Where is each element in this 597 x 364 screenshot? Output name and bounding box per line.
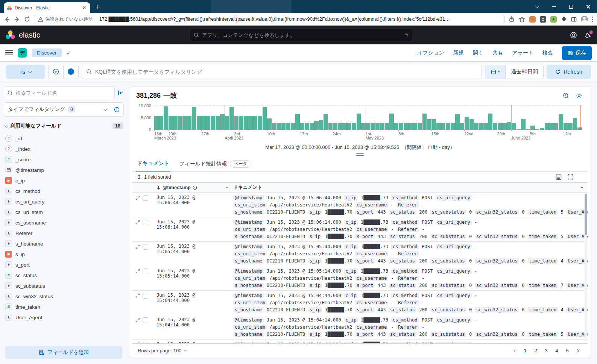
histogram-bar-38[interactable] xyxy=(333,123,337,130)
share-icon[interactable] xyxy=(509,16,515,22)
histogram-bar-18[interactable] xyxy=(239,116,243,130)
tab-documents[interactable]: ドキュメント xyxy=(136,157,170,171)
table-row-6[interactable]: Jun 15, 2023 @ 15:03:44.000@timestamp Ju… xyxy=(132,340,588,343)
nav-link-5[interactable]: 検査 xyxy=(542,50,553,56)
histogram-bar-74[interactable] xyxy=(502,123,507,130)
histogram-bar-6[interactable] xyxy=(182,116,187,130)
row-checkbox[interactable] xyxy=(143,195,148,201)
table-row-1[interactable]: Jun 15, 2023 @ 15:06:14.000@timestamp Ju… xyxy=(132,217,588,242)
histogram-bar-45[interactable] xyxy=(366,123,371,130)
nav-link-4[interactable]: アラート xyxy=(512,50,533,56)
histogram-bar-73[interactable] xyxy=(498,123,502,130)
security-warning[interactable]: 保護されていない通信 xyxy=(38,16,93,23)
chart-options-gear-icon[interactable] xyxy=(576,93,582,99)
calendar-button[interactable] xyxy=(485,65,506,79)
global-search-input[interactable] xyxy=(202,32,402,38)
field-item-Referer[interactable]: kReferer xyxy=(4,228,124,238)
histogram-bar-58[interactable] xyxy=(427,119,431,130)
collapse-sidebar-icon[interactable] xyxy=(118,90,124,96)
saved-query-menu-icon[interactable] xyxy=(49,65,63,79)
histogram-bar-77[interactable] xyxy=(516,129,521,130)
histogram-bar-33[interactable] xyxy=(310,123,314,130)
histogram-bar-31[interactable] xyxy=(300,123,305,130)
table-row-3[interactable]: Jun 15, 2023 @ 15:05:14.000@timestamp Ju… xyxy=(132,266,588,291)
table-row-4[interactable]: Jun 15, 2023 @ 15:04:44.000@timestamp Ju… xyxy=(132,291,588,315)
histogram-bar-50[interactable] xyxy=(389,114,394,130)
time-range-label[interactable]: 過去90日間 xyxy=(506,68,543,75)
field-item-cs_username[interactable]: kcs_username xyxy=(4,217,124,228)
kql-search-bar[interactable] xyxy=(82,65,482,79)
global-search[interactable]: ^/ xyxy=(190,29,412,41)
histogram-bar-34[interactable] xyxy=(314,121,319,130)
histogram-bar-54[interactable] xyxy=(408,123,413,130)
histogram-bar-37[interactable] xyxy=(328,123,333,130)
tab-close-icon[interactable]: ✕ xyxy=(81,5,87,11)
histogram-bar-23[interactable] xyxy=(263,107,267,130)
histogram-bar-75[interactable] xyxy=(507,122,512,130)
histogram-bar-11[interactable] xyxy=(206,116,211,130)
split-screen-icon[interactable] xyxy=(571,17,577,22)
histogram-bar-27[interactable] xyxy=(281,123,286,130)
histogram-bar-62[interactable] xyxy=(446,123,450,130)
histogram-bar-88[interactable] xyxy=(568,123,573,130)
extension-cookie-icon[interactable] xyxy=(529,16,536,23)
histogram-bar-49[interactable] xyxy=(385,123,389,130)
row-checkbox[interactable] xyxy=(143,268,148,274)
page-5[interactable]: 5 xyxy=(563,346,572,355)
histogram-bar-8[interactable] xyxy=(192,107,196,130)
histogram-bar-5[interactable] xyxy=(178,116,182,130)
expand-row-icon[interactable] xyxy=(135,318,140,322)
histogram-bar-89[interactable] xyxy=(573,118,577,130)
histogram-bar-36[interactable] xyxy=(324,114,328,130)
histogram-bar-84[interactable] xyxy=(549,123,554,130)
histogram-bar-63[interactable] xyxy=(451,123,455,130)
fullscreen-icon[interactable] xyxy=(568,174,573,180)
histogram-bar-42[interactable] xyxy=(352,123,356,130)
field-item-cs_method[interactable]: kcs_method xyxy=(4,186,124,196)
histogram-bar-32[interactable] xyxy=(305,123,309,130)
field-item-c_ip[interactable]: IPc_ip xyxy=(4,175,124,186)
histogram-bar-85[interactable] xyxy=(554,123,559,130)
field-item-s_hostname[interactable]: ks_hostname xyxy=(4,238,124,249)
histogram-bar-67[interactable] xyxy=(469,119,474,130)
histogram-bar-1[interactable] xyxy=(159,116,164,130)
resize-handle[interactable] xyxy=(356,153,364,156)
field-item-time_taken[interactable]: #time_taken xyxy=(4,302,124,312)
histogram-bar-55[interactable] xyxy=(413,123,418,130)
saved-search-check-icon[interactable]: ✓ xyxy=(67,50,71,56)
histogram-bar-43[interactable] xyxy=(357,114,361,130)
expand-row-icon[interactable] xyxy=(135,342,140,343)
grid-header-document-column[interactable]: ドキュメント xyxy=(229,183,588,193)
expand-row-icon[interactable] xyxy=(135,196,140,200)
histogram-bar-17[interactable] xyxy=(234,116,239,130)
type-filter-info-icon[interactable] xyxy=(110,103,123,116)
field-item-_index[interactable]: ?_index xyxy=(4,144,124,154)
histogram-bar-78[interactable] xyxy=(521,119,526,130)
nav-link-2[interactable]: 開く xyxy=(473,50,483,56)
field-search-input[interactable] xyxy=(16,90,111,96)
page-4[interactable]: 4 xyxy=(552,346,561,355)
space-avatar[interactable]: デ xyxy=(18,48,27,58)
field-item-_score[interactable]: #_score xyxy=(4,154,124,165)
histogram-bar-4[interactable] xyxy=(173,116,178,130)
sorted-fields-label[interactable]: 1 field sorted xyxy=(144,174,171,180)
field-item-sc_status[interactable]: #sc_status xyxy=(4,270,124,281)
kql-input[interactable] xyxy=(95,69,477,75)
histogram-bar-61[interactable] xyxy=(441,123,446,130)
histogram-bar-68[interactable] xyxy=(474,123,479,130)
rows-per-page-selector[interactable]: Rows per page: 100 xyxy=(138,348,186,353)
page-2[interactable]: 2 xyxy=(531,346,540,355)
column-menu-chevron-icon[interactable] xyxy=(580,186,583,188)
display-options-grid-icon[interactable] xyxy=(556,174,562,180)
newsfeed-icon[interactable] xyxy=(585,32,592,39)
extension-camera-icon[interactable] xyxy=(540,16,546,23)
column-menu-chevron-icon[interactable] xyxy=(226,186,228,188)
row-checkbox[interactable] xyxy=(143,342,148,343)
new-tab-button[interactable]: + xyxy=(93,2,103,12)
histogram-bar-15[interactable] xyxy=(225,116,229,130)
menu-hamburger-icon[interactable] xyxy=(5,50,13,56)
histogram-bar-79[interactable] xyxy=(526,129,530,130)
histogram-bar-24[interactable] xyxy=(267,118,272,130)
page-1[interactable]: 1 xyxy=(521,346,530,355)
table-row-2[interactable]: Jun 15, 2023 @ 15:05:44.000@timestamp Ju… xyxy=(132,242,588,266)
